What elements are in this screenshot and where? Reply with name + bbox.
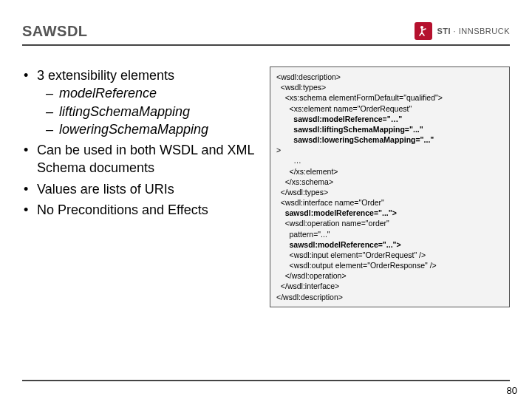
logo-sep: · [454, 27, 457, 35]
code-line: pattern="..." [276, 230, 330, 239]
code-line-bold: sawsdl:modelReference="..."> [276, 240, 401, 249]
logo-text: STI · INNSBRUCK [437, 27, 510, 35]
code-line: </wsdl:description> [276, 293, 343, 301]
code-line: > [276, 146, 281, 154]
slide: SAWSDL STI · INNSBRUCK 3 extensibility e… [0, 0, 532, 399]
bullet-3: Values are lists of URIs [22, 180, 262, 198]
logo: STI · INNSBRUCK [415, 22, 510, 40]
code-line: </wsdl:interface> [276, 282, 339, 290]
logo-org: STI [437, 27, 451, 35]
body: 3 extensibility elements modelReference … [22, 66, 510, 369]
code-line: <wsdl:types> [276, 83, 326, 92]
logo-icon [415, 22, 432, 40]
code-line: <xs:schema elementFormDefault="qualified… [276, 93, 443, 102]
code-line: <xs:element name="OrderRequest" [276, 104, 412, 113]
page-number: 80 [507, 385, 517, 396]
code-column: <wsdl:description> <wsdl:types> <xs:sche… [270, 66, 510, 369]
bullet-1-text: 3 extensibility elements [37, 68, 174, 83]
code-line: <wsdl:input element="OrderRequest" /> [276, 250, 426, 259]
header: SAWSDL STI · INNSBRUCK [22, 10, 510, 46]
code-line: </xs:schema> [276, 177, 333, 186]
bullet-1-sub-2: liftingSchemaMapping [44, 103, 262, 120]
code-line: … [276, 156, 301, 165]
slide-title: SAWSDL [22, 23, 88, 40]
code-line-bold: sawsdl:modelReference="..."> [276, 208, 397, 217]
code-line: <wsdl:description> [276, 72, 341, 81]
bullet-column: 3 extensibility elements modelReference … [22, 66, 270, 369]
code-line-bold: sawsdl:modelReference="…" [276, 115, 402, 123]
code-line-bold: sawsdl:loweringSchemaMapping="..." [276, 135, 434, 144]
bullet-1: 3 extensibility elements modelReference … [22, 66, 262, 138]
code-line: </xs:element> [276, 167, 338, 176]
bullet-1-sub-1: modelReference [44, 84, 262, 102]
code-line: <wsdl:operation name="order" [276, 219, 389, 228]
code-line: <wsdl:output element="OrderResponse" /> [276, 261, 437, 270]
code-box: <wsdl:description> <wsdl:types> <xs:sche… [270, 66, 510, 307]
code-line: </wsdl:types> [276, 188, 328, 197]
code-line-bold: sawsdl:liftingSchemaMapping="..." [276, 125, 423, 134]
bullet-1-sub-3: loweringSchemaMapping [44, 120, 262, 138]
bullet-2: Can be used in both WSDL and XML Schema … [22, 141, 262, 177]
code-line: </wsdl:operation> [276, 271, 347, 280]
code-line: <wsdl:interface name="Order" [276, 198, 384, 207]
footer-divider [22, 380, 510, 381]
logo-place: INNSBRUCK [459, 27, 510, 35]
bullet-4: No Preconditions and Effects [22, 201, 262, 219]
